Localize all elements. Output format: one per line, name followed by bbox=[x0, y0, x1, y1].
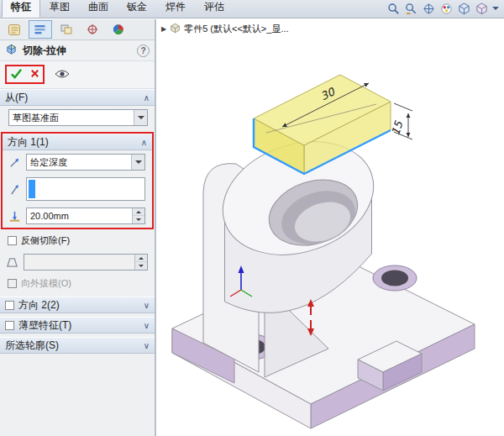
help-icon[interactable]: ? bbox=[137, 45, 150, 57]
direction-reference-box[interactable] bbox=[26, 177, 145, 201]
draft-row bbox=[0, 250, 155, 274]
chevron-down-icon[interactable]: ∨ bbox=[144, 341, 150, 350]
tab-evaluate[interactable]: 评估 bbox=[195, 0, 234, 18]
tab-sheet-metal[interactable]: 钣金 bbox=[118, 0, 156, 18]
chevron-up-icon[interactable]: ∧ bbox=[141, 138, 147, 147]
display-style-icon[interactable] bbox=[475, 2, 488, 15]
extrude-direction-icon[interactable] bbox=[6, 183, 23, 196]
tab-surfaces[interactable]: 曲面 bbox=[79, 0, 118, 18]
depth-value[interactable]: 20.00mm bbox=[27, 208, 132, 223]
depth-icon bbox=[6, 210, 23, 223]
draft-angle-value bbox=[24, 255, 134, 270]
end-condition-select[interactable]: 给定深度 bbox=[26, 154, 145, 171]
displaymanager-tab-icon[interactable] bbox=[107, 20, 130, 39]
section-selected-contours-label: 所选轮廓(S) bbox=[5, 339, 59, 353]
dimxpertmanager-tab-icon[interactable] bbox=[81, 20, 104, 39]
page-title: 切除-拉伸 bbox=[23, 44, 66, 58]
combo-arrow-icon[interactable] bbox=[131, 155, 144, 170]
reverse-direction-icon[interactable] bbox=[6, 156, 23, 169]
section-direction2-label: 方向 2(2) bbox=[18, 298, 60, 313]
tree-part-label[interactable]: 零件5 (默认<<默认>_显... bbox=[184, 23, 288, 35]
section-from-label: 从(F) bbox=[5, 91, 28, 105]
spinner-up-icon bbox=[135, 255, 147, 262]
search-icon[interactable] bbox=[386, 2, 400, 15]
preview-eye-icon[interactable] bbox=[55, 69, 70, 81]
configurationmanager-tab-icon[interactable] bbox=[55, 20, 78, 39]
feature-title-row: 切除-拉伸 ? bbox=[0, 40, 155, 60]
confirm-row bbox=[0, 60, 155, 89]
tab-weldments[interactable]: 焊件 bbox=[156, 0, 195, 18]
section-direction1-header[interactable]: 方向 1(1) ∧ bbox=[3, 134, 152, 150]
end-condition-value: 给定深度 bbox=[30, 156, 67, 169]
appearance-icon[interactable] bbox=[439, 2, 453, 15]
chevron-down-icon[interactable]: ∨ bbox=[144, 321, 150, 330]
from-plane-value: 草图基准面 bbox=[13, 112, 59, 124]
property-manager-panel: 切除-拉伸 ? 从(F) ∧ 草图基准面 bbox=[0, 19, 156, 436]
flip-side-checkbox[interactable] bbox=[8, 236, 17, 245]
tab-features[interactable]: 特征 bbox=[2, 0, 40, 18]
propertymanager-tab-icon[interactable] bbox=[29, 20, 52, 39]
draft-icon[interactable] bbox=[3, 256, 20, 269]
section-selected-contours-header[interactable]: 所选轮廓(S) ∨ bbox=[0, 337, 155, 354]
model-canvas[interactable]: 30 15 bbox=[156, 19, 504, 436]
spinner-down-icon bbox=[135, 262, 147, 270]
combo-arrow-icon[interactable] bbox=[134, 110, 147, 125]
spinner-down-icon[interactable] bbox=[133, 216, 144, 223]
part-icon bbox=[170, 23, 181, 35]
direction-reference-row bbox=[3, 174, 152, 204]
quick-tools bbox=[386, 2, 504, 18]
dimension-height[interactable]: 15 bbox=[389, 103, 412, 139]
section-thin-feature-header[interactable]: 薄壁特征(T) ∨ bbox=[0, 317, 155, 334]
selected-edge-chip[interactable] bbox=[29, 180, 35, 198]
solidworks-window: 特征 草图 曲面 钣金 焊件 评估 bbox=[0, 0, 504, 436]
draft-angle-spinner bbox=[24, 254, 148, 271]
from-body: 草图基准面 bbox=[0, 106, 155, 129]
depth-spinner[interactable]: 20.00mm bbox=[26, 207, 145, 224]
cut-extrude-icon bbox=[5, 43, 18, 58]
tree-expand-icon[interactable]: ▶ bbox=[161, 26, 166, 33]
annotation-box-direction1: 方向 1(1) ∧ 给定深度 bbox=[1, 132, 154, 229]
ok-button[interactable] bbox=[10, 68, 23, 81]
featuremanager-tab-icon[interactable] bbox=[3, 20, 26, 39]
model-hole-right[interactable] bbox=[373, 265, 417, 291]
view-orientation-icon[interactable] bbox=[457, 2, 470, 15]
depth-row: 20.00mm bbox=[3, 204, 152, 228]
draft-outward-label: 向外拔模(O) bbox=[21, 277, 71, 290]
direction2-checkbox[interactable] bbox=[5, 301, 14, 310]
flip-side-row: 反侧切除(F) bbox=[0, 231, 155, 250]
section-thin-feature-label: 薄壁特征(T) bbox=[18, 318, 71, 333]
measure-icon[interactable] bbox=[404, 2, 417, 15]
svg-text:15: 15 bbox=[389, 119, 406, 137]
spinner-buttons bbox=[134, 255, 147, 270]
section-view-icon[interactable] bbox=[422, 2, 435, 15]
spinner-buttons[interactable] bbox=[132, 208, 144, 223]
flyout-feature-tree[interactable]: ▶ 零件5 (默认<<默认>_显... bbox=[161, 23, 289, 35]
tab-sketch[interactable]: 草图 bbox=[40, 0, 79, 18]
annotation-box-confirm bbox=[5, 65, 45, 84]
panel-tab-strip bbox=[0, 19, 155, 40]
chevron-down-icon[interactable]: ∨ bbox=[144, 301, 150, 310]
spinner-up-icon[interactable] bbox=[133, 208, 144, 216]
section-direction2-header[interactable]: 方向 2(2) ∨ bbox=[0, 297, 155, 313]
section-direction1-label: 方向 1(1) bbox=[8, 135, 49, 150]
thin-feature-checkbox[interactable] bbox=[5, 321, 14, 330]
graphics-viewport[interactable]: ▶ 零件5 (默认<<默认>_显... bbox=[156, 19, 504, 436]
section-from-header[interactable]: 从(F) ∧ bbox=[0, 89, 155, 106]
cancel-button[interactable] bbox=[30, 69, 39, 80]
from-plane-select[interactable]: 草图基准面 bbox=[8, 109, 148, 126]
ribbon-tab-bar: 特征 草图 曲面 钣金 焊件 评估 bbox=[0, 0, 504, 18]
draft-outward-row: 向外拔模(O) bbox=[0, 274, 155, 293]
chevron-up-icon[interactable]: ∧ bbox=[144, 93, 150, 102]
end-condition-row: 给定深度 bbox=[3, 150, 152, 174]
chevron-down-icon[interactable] bbox=[492, 7, 499, 13]
flip-side-label: 反侧切除(F) bbox=[21, 234, 70, 247]
draft-outward-checkbox bbox=[8, 279, 17, 288]
